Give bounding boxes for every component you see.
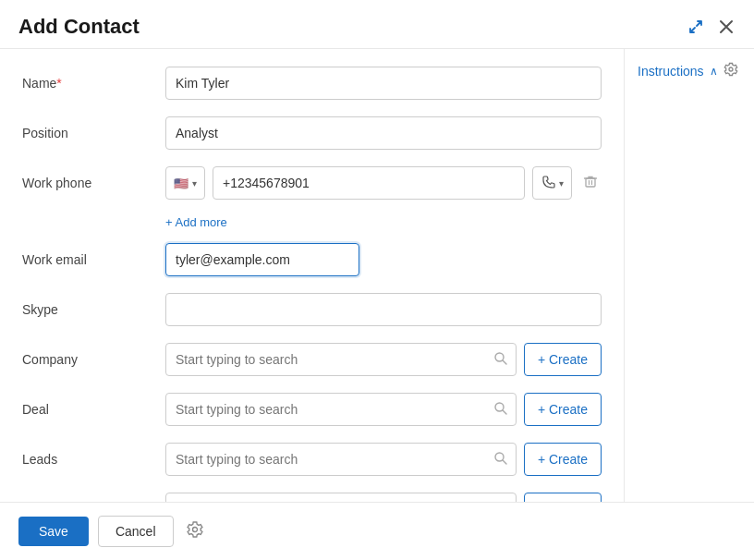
- workemail-input[interactable]: [165, 243, 359, 276]
- company-create-button[interactable]: + Create: [524, 343, 602, 376]
- phone-type-select[interactable]: ▾: [532, 166, 572, 200]
- phone-icon: [541, 176, 555, 190]
- svg-rect-0: [586, 178, 595, 187]
- page-title: Add Contact: [18, 15, 140, 39]
- preference-row: Preference categories + Create: [22, 492, 602, 502]
- company-row: Company + Create: [22, 342, 602, 377]
- modal-body: Name* Position Work phone 🇺🇸 ▾: [0, 49, 754, 502]
- flag-emoji: 🇺🇸: [174, 177, 188, 190]
- preference-search-input[interactable]: [165, 493, 517, 502]
- workphone-label: Work phone: [22, 176, 165, 190]
- instructions-gear-icon[interactable]: [724, 62, 738, 80]
- close-button[interactable]: [717, 18, 736, 36]
- form-section: Name* Position Work phone 🇺🇸 ▾: [0, 49, 625, 502]
- expand-icon: [687, 18, 704, 35]
- name-row: Name*: [22, 66, 602, 101]
- instructions-section: Instructions ∧: [625, 49, 754, 502]
- name-input[interactable]: [165, 67, 602, 100]
- deal-create-button[interactable]: + Create: [524, 393, 602, 426]
- modal-container: Add Contact Name*: [0, 0, 754, 560]
- modal-footer: Save Cancel: [0, 502, 754, 560]
- leads-search-input[interactable]: [165, 443, 517, 476]
- instructions-label: Instructions: [638, 64, 704, 79]
- modal-header: Add Contact: [0, 0, 754, 49]
- deal-search-input[interactable]: [165, 393, 517, 426]
- company-search-input[interactable]: [165, 343, 517, 376]
- header-actions: [686, 17, 736, 37]
- add-more-link[interactable]: + Add more: [165, 215, 602, 229]
- workemail-label: Work email: [22, 252, 165, 267]
- skype-label: Skype: [22, 302, 165, 317]
- expand-button[interactable]: [686, 17, 706, 37]
- delete-phone-button[interactable]: [579, 170, 602, 196]
- close-icon: [719, 19, 734, 34]
- workemail-row: Work email: [22, 242, 602, 277]
- instructions-header[interactable]: Instructions ∧: [638, 62, 741, 80]
- position-input[interactable]: [165, 116, 602, 150]
- phone-row: 🇺🇸 ▾ ▾: [165, 166, 602, 200]
- preference-create-button[interactable]: + Create: [524, 493, 602, 502]
- company-label: Company: [22, 352, 165, 367]
- preference-search-wrapper: [165, 493, 517, 502]
- skype-input[interactable]: [165, 293, 602, 326]
- phone-number-input[interactable]: [213, 166, 525, 200]
- footer-gear-icon[interactable]: [187, 521, 203, 542]
- position-row: Position: [22, 116, 602, 151]
- deal-row: Deal + Create: [22, 392, 602, 427]
- phone-type-chevron: ▾: [559, 178, 564, 189]
- leads-row: Leads + Create: [22, 442, 602, 477]
- leads-label: Leads: [22, 452, 165, 467]
- phone-flag-select[interactable]: 🇺🇸 ▾: [165, 166, 205, 200]
- cancel-button[interactable]: Cancel: [98, 516, 174, 547]
- workphone-row: Work phone 🇺🇸 ▾ ▾: [22, 165, 602, 201]
- trash-icon: [583, 174, 598, 189]
- position-label: Position: [22, 126, 165, 140]
- instructions-chevron: ∧: [710, 65, 718, 78]
- leads-create-button[interactable]: + Create: [524, 443, 602, 476]
- deal-search-wrapper: [165, 393, 517, 426]
- name-label: Name*: [22, 76, 165, 91]
- company-search-wrapper: [165, 343, 517, 376]
- skype-row: Skype: [22, 292, 602, 327]
- save-button[interactable]: Save: [18, 517, 89, 546]
- deal-label: Deal: [22, 402, 165, 417]
- flag-chevron: ▾: [192, 178, 197, 189]
- leads-search-wrapper: [165, 443, 517, 476]
